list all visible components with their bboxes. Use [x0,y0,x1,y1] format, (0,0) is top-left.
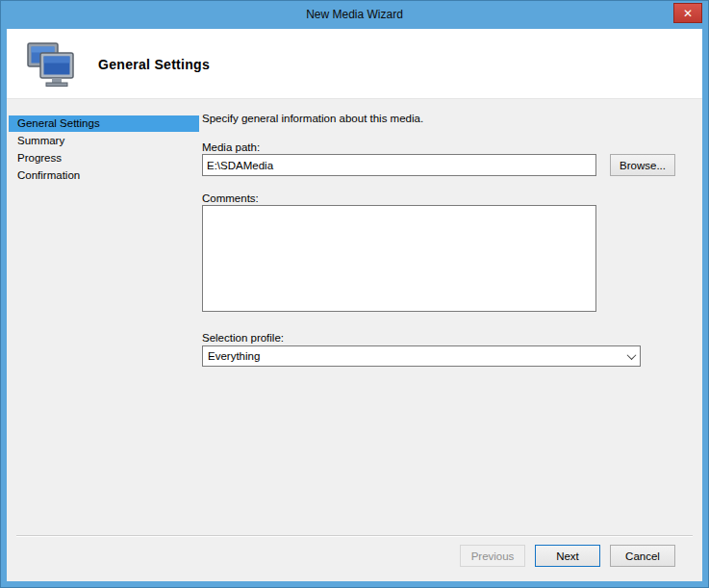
footer-separator [16,535,693,537]
page-description: Specify general information about this m… [202,113,423,124]
page-title: General Settings [98,29,210,99]
dialog-body: General Settings General Settings Summar… [7,29,702,581]
chevron-down-icon [622,346,640,366]
comments-textarea[interactable] [202,205,596,312]
sidebar-item-summary[interactable]: Summary [9,133,199,149]
media-path-input[interactable] [202,154,596,176]
sidebar-item-progress[interactable]: Progress [9,150,199,166]
sidebar-item-confirmation[interactable]: Confirmation [9,167,199,184]
wizard-step-list: General Settings Summary Progress Confir… [9,115,199,185]
comments-label: Comments: [202,192,259,204]
sidebar-item-general-settings[interactable]: General Settings [9,115,199,132]
selection-profile-label: Selection profile: [202,332,284,344]
computer-monitors-icon [26,41,76,88]
previous-button: Previous [460,545,525,567]
selection-profile-dropdown[interactable]: Everything [202,345,641,367]
close-icon: ✕ [683,8,693,19]
window-title: New Media Wizard [0,0,709,29]
media-path-label: Media path: [202,141,260,153]
cancel-button[interactable]: Cancel [610,545,675,567]
next-button[interactable]: Next [535,545,600,567]
wizard-page-content: Specify general information about this m… [202,29,702,581]
new-media-wizard-window: New Media Wizard ✕ General Settings Gene… [0,0,709,588]
selection-profile-value: Everything [208,346,260,366]
close-button[interactable]: ✕ [673,3,702,23]
titlebar[interactable]: New Media Wizard ✕ [0,0,709,29]
browse-button[interactable]: Browse... [610,154,675,176]
